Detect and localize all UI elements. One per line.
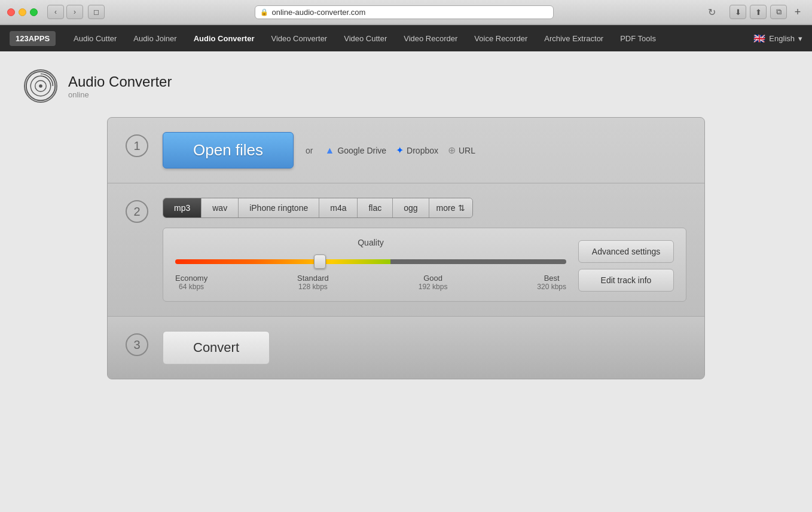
quality-title: Quality	[175, 238, 566, 247]
quality-good: Good 192 kbps	[419, 274, 448, 291]
more-chevron-icon: ⇅	[458, 203, 465, 213]
back-btn[interactable]: ‹	[47, 5, 64, 19]
format-tab-wav[interactable]: wav	[202, 198, 239, 217]
quality-good-kbps: 192 kbps	[419, 283, 448, 291]
browser-chrome: ‹ › ◻ 🔒 ↻ ⬇ ⬆ ⧉ +	[0, 0, 812, 25]
or-text: or	[306, 146, 313, 155]
quality-standard-name: Standard	[297, 274, 329, 283]
nav-video-converter[interactable]: Video Converter	[262, 25, 335, 51]
browser-titlebar: ‹ › ◻ 🔒 ↻ ⬇ ⬆ ⧉ +	[0, 0, 812, 24]
cloud-links: ▲ Google Drive ✦ Dropbox ⊕ URL	[325, 145, 475, 156]
step-3-section: 3 Convert	[108, 317, 704, 379]
nav-archive-extractor[interactable]: Archive Extractor	[536, 25, 612, 51]
app-navbar: 123APPS Audio Cutter Audio Joiner Audio …	[0, 25, 812, 51]
quality-box: Quality Economy 64 kbps	[163, 228, 686, 302]
converter-box: 1 Open files or ▲ Google Drive ✦ Dropbox	[107, 117, 705, 379]
nav-video-cutter[interactable]: Video Cutter	[335, 25, 395, 51]
dropbox-label: Dropbox	[407, 146, 438, 155]
quality-standard-kbps: 128 kbps	[297, 283, 329, 291]
quality-best-name: Best	[537, 274, 566, 283]
reload-btn[interactable]: ↻	[703, 5, 720, 19]
step-3-content: Convert	[163, 331, 686, 364]
step-2-section: 2 mp3 wav iPhone ringtone m4a flac ogg m…	[108, 183, 704, 317]
svg-point-3	[39, 84, 42, 88]
page-content: Audio Converter online 1 Open files or ▲…	[0, 51, 812, 512]
url-icon: ⊕	[448, 145, 456, 156]
format-tab-iphone-ringtone[interactable]: iPhone ringtone	[239, 198, 319, 217]
quality-slider-container	[175, 255, 566, 269]
flag-icon: 🇬🇧	[753, 33, 765, 44]
format-tab-mp3[interactable]: mp3	[163, 198, 202, 217]
quality-right: Advanced settings Edit track info	[578, 238, 674, 292]
downloads-btn[interactable]: ⬇	[729, 5, 746, 19]
nav-audio-cutter[interactable]: Audio Cutter	[65, 25, 125, 51]
google-drive-icon: ▲	[325, 145, 335, 156]
share-btn[interactable]: ⬆	[750, 5, 767, 19]
window-mode-btn[interactable]: ◻	[88, 5, 105, 19]
forward-btn[interactable]: ›	[66, 5, 83, 19]
step-2-content: mp3 wav iPhone ringtone m4a flac ogg mor…	[163, 198, 686, 302]
quality-slider-thumb[interactable]	[314, 255, 326, 269]
language-label: English	[769, 34, 795, 43]
edit-track-info-button[interactable]: Edit track info	[578, 269, 674, 292]
url-label: URL	[459, 146, 475, 155]
app-title-group: Audio Converter online	[68, 73, 172, 99]
format-tab-flac[interactable]: flac	[358, 198, 393, 217]
convert-button[interactable]: Convert	[163, 331, 270, 364]
step-3-number: 3	[126, 333, 148, 356]
quality-standard: Standard 128 kbps	[297, 274, 329, 291]
quality-economy: Economy 64 kbps	[175, 274, 207, 291]
quality-best: Best 320 kbps	[537, 274, 566, 291]
language-chevron-icon: ▾	[798, 34, 802, 43]
quality-economy-kbps: 64 kbps	[175, 283, 207, 291]
step-1-content: Open files or ▲ Google Drive ✦ Dropbox ⊕	[163, 132, 686, 168]
step-2-number: 2	[126, 200, 148, 223]
quality-best-kbps: 320 kbps	[537, 283, 566, 291]
more-label: more	[436, 203, 456, 213]
logo-svg	[25, 70, 56, 102]
nav-video-recorder[interactable]: Video Recorder	[395, 25, 466, 51]
traffic-lights	[7, 8, 38, 16]
dropbox-link[interactable]: ✦ Dropbox	[396, 145, 438, 156]
quality-left: Quality Economy 64 kbps	[175, 238, 566, 291]
format-tab-ogg[interactable]: ogg	[393, 198, 429, 217]
google-drive-label: Google Drive	[337, 146, 386, 155]
url-link[interactable]: ⊕ URL	[448, 145, 475, 156]
format-tab-m4a[interactable]: m4a	[319, 198, 358, 217]
tab-overview-btn[interactable]: ⧉	[770, 5, 787, 19]
step-1-section: 1 Open files or ▲ Google Drive ✦ Dropbox	[108, 118, 704, 183]
brand-button[interactable]: 123APPS	[10, 31, 56, 46]
url-input[interactable]	[272, 8, 548, 17]
ssl-lock-icon: 🔒	[260, 8, 268, 16]
format-tabs: mp3 wav iPhone ringtone m4a flac ogg mor…	[163, 198, 473, 218]
maximize-window-btn[interactable]	[30, 8, 38, 16]
language-selector[interactable]: 🇬🇧 English ▾	[753, 33, 802, 44]
browser-actions: ⬇ ⬆ ⧉ +	[729, 5, 805, 19]
quality-good-name: Good	[419, 274, 448, 283]
app-logo	[24, 69, 57, 103]
new-tab-btn[interactable]: +	[790, 5, 805, 19]
browser-nav: ‹ ›	[47, 5, 83, 19]
quality-labels: Economy 64 kbps Standard 128 kbps Good 1…	[175, 274, 566, 291]
nav-links: Audio Cutter Audio Joiner Audio Converte…	[65, 25, 753, 51]
open-files-button[interactable]: Open files	[163, 132, 294, 168]
minimize-window-btn[interactable]	[19, 8, 26, 16]
format-tab-more[interactable]: more ⇅	[429, 198, 472, 217]
open-files-row: Open files or ▲ Google Drive ✦ Dropbox ⊕	[163, 132, 686, 168]
dropbox-icon: ✦	[396, 145, 404, 156]
quality-economy-name: Economy	[175, 274, 207, 283]
google-drive-link[interactable]: ▲ Google Drive	[325, 145, 387, 156]
quality-slider-track	[175, 259, 566, 264]
nav-audio-joiner[interactable]: Audio Joiner	[125, 25, 185, 51]
app-title: Audio Converter	[68, 73, 172, 90]
nav-voice-recorder[interactable]: Voice Recorder	[466, 25, 536, 51]
nav-audio-converter[interactable]: Audio Converter	[185, 25, 263, 51]
app-subtitle: online	[68, 90, 172, 99]
address-bar[interactable]: 🔒	[255, 5, 554, 19]
advanced-settings-button[interactable]: Advanced settings	[578, 240, 674, 263]
nav-pdf-tools[interactable]: PDF Tools	[612, 25, 664, 51]
step-1-number: 1	[126, 134, 148, 157]
close-window-btn[interactable]	[7, 8, 15, 16]
app-header: Audio Converter online	[0, 69, 812, 117]
